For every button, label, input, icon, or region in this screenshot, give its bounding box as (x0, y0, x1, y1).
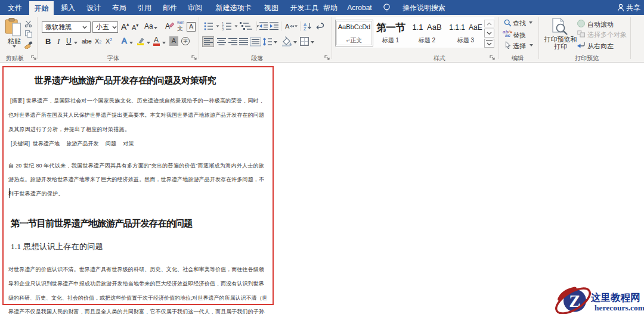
svg-text:这里教程网: 这里教程网 (590, 292, 640, 303)
svg-text:herecours.com: herecours.com (595, 303, 644, 312)
svg-text:3: 3 (222, 27, 224, 31)
svg-text:A: A (285, 23, 290, 30)
svg-text:Z: Z (304, 26, 306, 31)
